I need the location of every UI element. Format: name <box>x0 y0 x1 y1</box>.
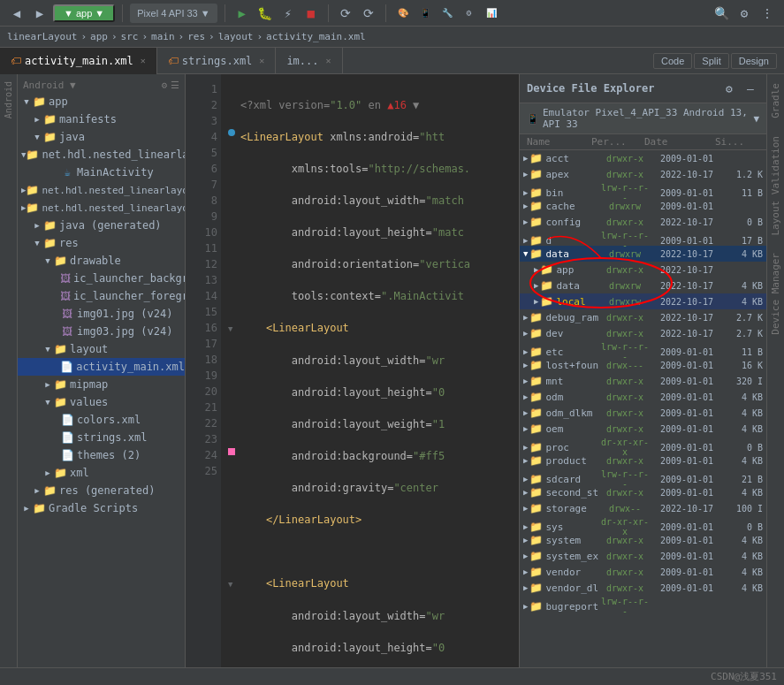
dfe-row-mnt[interactable]: ▶📁mnt drwxr-x2009-01-01320 I <box>520 373 766 389</box>
dfe-row-product[interactable]: ▶📁product drwxr-x2009-01-014 KB <box>520 453 766 468</box>
stop-icon[interactable]: ■ <box>301 4 321 23</box>
bc-file[interactable]: activity_main.xml <box>266 31 366 42</box>
tree-pkg1[interactable]: ▼📁net.hdl.nested_linearlayout <box>18 146 185 164</box>
vtab-gradle[interactable]: Gradle <box>767 74 784 127</box>
tree-manifests[interactable]: ▶📁manifests <box>18 110 185 128</box>
editor-area[interactable]: 12345 678910 1112131415 1617181920 21222… <box>186 74 519 685</box>
icon2[interactable]: 📱 <box>415 4 435 23</box>
dfe-row-data[interactable]: ▼📁data drwxrw2022-10-174 KB <box>520 246 766 262</box>
bc-src[interactable]: src <box>121 31 139 42</box>
close-tab2-icon[interactable]: ✕ <box>259 56 264 65</box>
dfe-row-bin[interactable]: ▶📁bin lrw-r--r--2009-01-0111 B <box>520 182 766 198</box>
breadcrumb: linearLayout › app › src › main › res › … <box>0 27 784 48</box>
tree-themes[interactable]: 📄themes (2) <box>18 446 185 464</box>
tree-mainactivity[interactable]: ☕MainActivity <box>18 164 185 181</box>
dfe-row-proc[interactable]: ▶📁proc dr-xr-xr-x2009-01-010 B <box>520 437 766 453</box>
bc-layout[interactable]: layout <box>218 31 254 42</box>
dfe-row-etc[interactable]: ▶📁etc lrw-r--r--2009-01-0111 B <box>520 341 766 357</box>
icon4[interactable]: ⚙ <box>460 4 479 23</box>
sidebar-gear-icon[interactable]: ⚙ <box>161 80 167 91</box>
tree-activity-xml[interactable]: 📄activity_main.xml <box>18 358 185 376</box>
dfe-row-debug[interactable]: ▶📁debug_ramdisk drwxr-x2022-10-172.7 K <box>520 309 766 325</box>
dfe-close-icon[interactable]: — <box>742 80 759 97</box>
tree-res[interactable]: ▼📁res <box>18 234 185 252</box>
tree-mipmap[interactable]: ▶📁mipmap <box>18 376 185 393</box>
search-icon[interactable]: 🔍 <box>712 4 731 23</box>
split-btn[interactable]: Split <box>694 53 728 69</box>
dfe-settings-icon[interactable]: ⚙ <box>720 80 738 97</box>
more-icon[interactable]: ⋮ <box>757 4 777 23</box>
tree-colors[interactable]: 📄colors.xml <box>18 411 185 429</box>
dfe-row-second[interactable]: ▶📁second_stage_resou drwxr-x2009-01-014 … <box>520 484 766 500</box>
bc-linearlayout[interactable]: linearLayout <box>7 31 77 42</box>
tree-drawable[interactable]: ▼📁drawable <box>18 252 185 270</box>
icon5[interactable]: 📊 <box>482 4 501 23</box>
tree-img03[interactable]: 🖼img03.jpg (v24) <box>18 323 185 340</box>
tree-ic-fg[interactable]: 🖼ic_launcher_foreground.x <box>18 287 185 305</box>
dfe-row-storage[interactable]: ▶📁storage drwx--2022-10-17100 I <box>520 500 766 516</box>
tree-values[interactable]: ▼📁values <box>18 393 185 411</box>
dfe-row-dev[interactable]: ▶📁dev drwxr-x2022-10-172.7 K <box>520 325 766 341</box>
tree-pkg3[interactable]: ▶📁net.hdl.nested_linearlayout ( <box>18 199 185 217</box>
close-tab3-icon[interactable]: ✕ <box>326 56 331 65</box>
dfe-row-vendor-dlkm[interactable]: ▶📁vendor_dlkm drwxr-x2009-01-014 KB <box>520 580 766 596</box>
forward-btn[interactable]: ▶ <box>30 4 49 23</box>
bc-res[interactable]: res <box>187 31 205 42</box>
tree-gradle[interactable]: ▶📁Gradle Scripts <box>18 499 185 517</box>
tree-java[interactable]: ▼📁java <box>18 128 185 146</box>
back-btn[interactable]: ◀ <box>7 4 27 23</box>
device-selector[interactable]: Pixel 4 API 33 ▼ <box>130 4 217 23</box>
vtab-device-manager[interactable]: Device Manager <box>767 244 784 344</box>
app-selector[interactable]: ▼ app ▼ <box>53 4 115 22</box>
dfe-row-local[interactable]: ▶📁local drwxrw2022-10-174 KB <box>520 293 766 309</box>
dfe-row-data-app[interactable]: ▶📁app drwxr-x2022-10-17 <box>520 262 766 278</box>
tree-img01[interactable]: 🖼img01.jpg (v24) <box>18 305 185 323</box>
dfe-row-bugreports[interactable]: ▶📁bugreports lrw-r--r-- <box>520 596 766 612</box>
tab-activity-main[interactable]: 🏷 activity_main.xml ✕ <box>0 48 157 74</box>
dfe-device-arrow[interactable]: ▼ <box>753 113 759 125</box>
dfe-device-selector[interactable]: 📱 Emulator Pixel_4_API_33 Android 13, AP… <box>520 103 766 134</box>
dfe-row-odm[interactable]: ▶📁odm drwxr-x2009-01-014 KB <box>520 389 766 405</box>
code-content[interactable]: <?xml version="1.0" en ▲16 ▼ <LinearLayo… <box>221 74 519 685</box>
tree-pkg2[interactable]: ▶📁net.hdl.nested_linearlayout ( <box>18 181 185 199</box>
dfe-row-odm-dlkm[interactable]: ▶📁odm_dlkm drwxr-x2009-01-014 KB <box>520 405 766 421</box>
sync2-icon[interactable]: ⟳ <box>359 4 378 23</box>
dfe-row-system[interactable]: ▶📁system drwxr-x2009-01-014 KB <box>520 532 766 548</box>
tree-java-gen[interactable]: ▶📁java (generated) <box>18 217 185 234</box>
dfe-row-cache[interactable]: ▶📁cache drwxrw2009-01-01 <box>520 198 766 214</box>
lvtab-android[interactable]: Android <box>2 74 15 126</box>
bc-app[interactable]: app <box>90 31 108 42</box>
dfe-row-oem[interactable]: ▶📁oem drwxr-x2009-01-014 KB <box>520 421 766 437</box>
dfe-row-vendor[interactable]: ▶📁vendor drwxr-x2009-01-014 KB <box>520 564 766 580</box>
dfe-row-data-data[interactable]: ▶📁data drwxrw2022-10-174 KB <box>520 278 766 293</box>
tab-im[interactable]: im... ✕ <box>276 48 342 74</box>
dfe-row-apex[interactable]: ▶📁apex drwxr-x2022-10-171.2 K <box>520 166 766 182</box>
dfe-row-lostfound[interactable]: ▶📁lost+found drwx---2009-01-0116 K <box>520 357 766 373</box>
tab-strings[interactable]: 🏷 strings.xml ✕ <box>157 48 277 74</box>
dfe-row-acct[interactable]: ▶📁acct drwxr-x2009-01-01 <box>520 150 766 166</box>
tree-app[interactable]: ▼📁app <box>18 93 185 110</box>
dfe-row-d[interactable]: ▶📁d lrw-r--r--2009-01-0117 B <box>520 230 766 246</box>
dfe-row-sdcard[interactable]: ▶📁sdcard lrw-r--r--2009-01-0121 B <box>520 468 766 484</box>
sidebar-menu-icon[interactable]: ☰ <box>171 80 179 91</box>
settings-icon[interactable]: ⚙ <box>735 4 754 23</box>
tree-ic-bg[interactable]: 🖼ic_launcher_background. <box>18 270 185 287</box>
close-tab-icon[interactable]: ✕ <box>141 56 146 65</box>
icon1[interactable]: 🎨 <box>393 4 413 23</box>
tree-strings[interactable]: 📄strings.xml <box>18 429 185 446</box>
profile-icon[interactable]: ⚡ <box>278 4 298 23</box>
run-icon[interactable]: ▶ <box>232 4 252 23</box>
code-btn[interactable]: Code <box>653 53 692 69</box>
icon3[interactable]: 🔧 <box>438 4 457 23</box>
tree-layout[interactable]: ▼📁layout <box>18 340 185 358</box>
vtab-layout-validation[interactable]: Layout Validation <box>767 127 784 245</box>
tree-res-gen[interactable]: ▶📁res (generated) <box>18 482 185 499</box>
dfe-row-sys[interactable]: ▶📁sys dr-xr-xr-x2009-01-010 B <box>520 516 766 532</box>
design-btn[interactable]: Design <box>731 53 777 69</box>
dfe-row-config[interactable]: ▶📁config drwxr-x2022-10-170 B <box>520 214 766 230</box>
debug-icon[interactable]: 🐛 <box>255 4 275 23</box>
tree-xml[interactable]: ▶📁xml <box>18 464 185 482</box>
dfe-row-system-ext[interactable]: ▶📁system_ext drwxr-x2009-01-014 KB <box>520 548 766 564</box>
bc-main[interactable]: main <box>151 31 175 42</box>
sync-icon[interactable]: ⟳ <box>336 4 355 23</box>
